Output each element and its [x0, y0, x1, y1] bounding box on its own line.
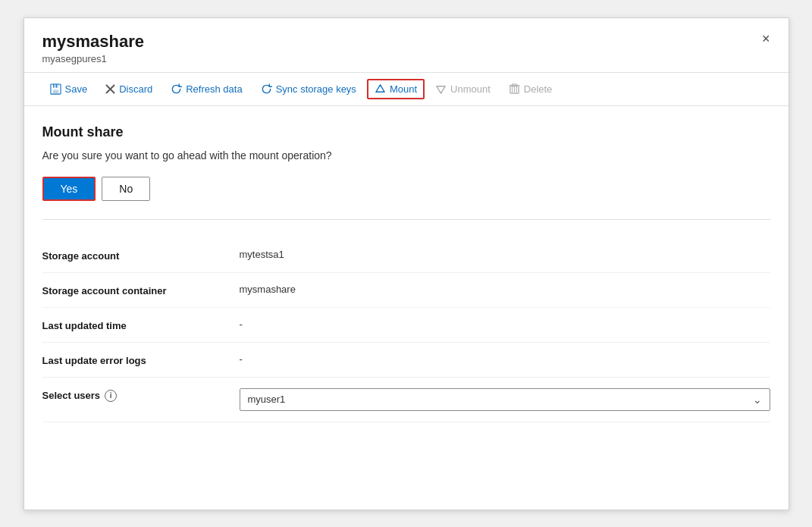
storage-account-value: mytestsa1	[240, 249, 770, 260]
sync-label: Sync storage keys	[276, 83, 356, 95]
mount-share-section: Mount share Are you sure you want to go …	[42, 124, 770, 220]
error-logs-value: -	[240, 353, 770, 365]
mount-share-title: Mount share	[42, 124, 770, 140]
delete-icon	[509, 83, 520, 95]
svg-marker-8	[437, 86, 445, 93]
panel-header: mysmashare myasegpures1	[24, 18, 788, 73]
updated-time-value: -	[240, 318, 770, 330]
discard-button[interactable]: Discard	[98, 79, 160, 99]
panel-subtitle: myasegpures1	[42, 53, 770, 64]
yes-button[interactable]: Yes	[42, 177, 96, 201]
save-button[interactable]: Save	[42, 79, 96, 99]
no-button[interactable]: No	[102, 177, 150, 201]
sync-icon	[261, 83, 272, 95]
delete-button[interactable]: Delete	[501, 79, 560, 99]
delete-label: Delete	[524, 83, 553, 95]
main-panel: mysmashare myasegpures1 × Save Discard	[24, 17, 789, 510]
mount-button[interactable]: Mount	[367, 79, 425, 99]
container-value: mysmashare	[240, 284, 770, 295]
toolbar: Save Discard Refresh data	[24, 73, 788, 106]
mount-icon	[375, 83, 386, 95]
unmount-icon	[435, 83, 447, 95]
field-row-storage-account: Storage account mytestsa1	[42, 238, 770, 273]
select-users-dropdown[interactable]: myuser1 ⌄	[240, 388, 770, 411]
refresh-icon	[171, 83, 182, 95]
select-users-value: myuser1	[248, 394, 286, 405]
close-button[interactable]: ×	[757, 29, 775, 49]
field-row-select-users: Select users i myuser1 ⌄	[42, 378, 770, 422]
unmount-button[interactable]: Unmount	[428, 79, 498, 99]
svg-marker-7	[376, 85, 384, 92]
container-label: Storage account container	[42, 285, 167, 296]
refresh-label: Refresh data	[186, 83, 242, 95]
info-icon[interactable]: i	[105, 390, 117, 402]
save-label: Save	[65, 83, 88, 95]
discard-icon	[105, 84, 115, 94]
refresh-button[interactable]: Refresh data	[163, 79, 249, 99]
select-users-label: Select users	[42, 390, 101, 401]
svg-rect-2	[52, 89, 58, 93]
field-row-error-logs: Last update error logs -	[42, 343, 770, 378]
field-row-container: Storage account container mysmashare	[42, 273, 770, 308]
mount-share-description: Are you sure you want to go ahead with t…	[42, 149, 770, 162]
updated-time-label: Last updated time	[42, 320, 127, 331]
unmount-label: Unmount	[450, 83, 491, 95]
mount-label: Mount	[390, 83, 417, 95]
fields-section: Storage account mytestsa1 Storage accoun…	[42, 238, 770, 422]
discard-label: Discard	[119, 83, 152, 95]
content-area: Mount share Are you sure you want to go …	[24, 106, 788, 422]
sync-button[interactable]: Sync storage keys	[253, 79, 364, 99]
panel-title: mysmashare	[42, 32, 770, 52]
chevron-down-icon: ⌄	[753, 394, 762, 406]
save-icon	[50, 83, 61, 95]
storage-account-label: Storage account	[42, 250, 120, 262]
confirm-buttons: Yes No	[42, 177, 770, 201]
field-row-updated-time: Last updated time -	[42, 308, 770, 343]
error-logs-label: Last update error logs	[42, 355, 146, 366]
